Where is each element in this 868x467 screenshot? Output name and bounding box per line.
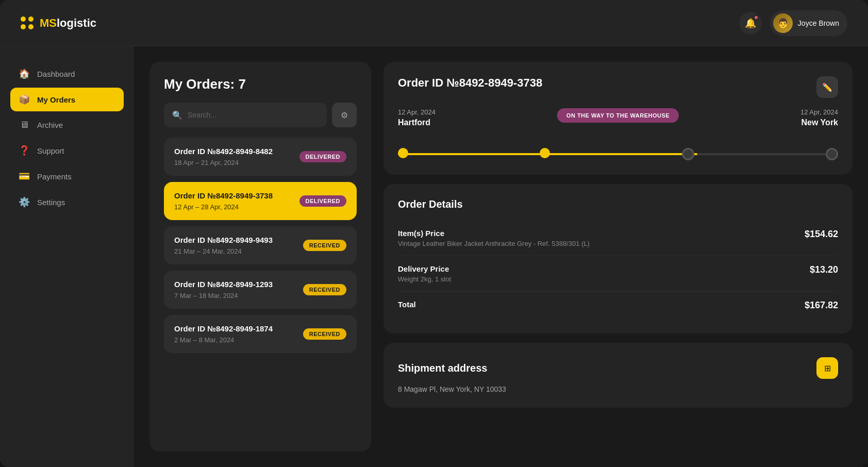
- logo-area: MSlogistic: [21, 16, 739, 30]
- items-price-value: $154.62: [805, 229, 838, 240]
- dest-location: 12 Apr, 2024 New York: [800, 108, 838, 127]
- detail-header: Order ID №8492-8949-3738 ✏️: [398, 76, 838, 98]
- status-badge: DELIVERED: [299, 151, 346, 162]
- items-price-label: Item(s) Price: [398, 229, 590, 238]
- orders-title-text: My Orders:: [164, 76, 235, 92]
- order-card-2[interactable]: Order ID №8492-8949-9493 21 Mar – 24 Mar…: [164, 226, 357, 264]
- sidebar-item-archive[interactable]: 🖥 Archive: [10, 113, 124, 137]
- total-header: Total $167.82: [398, 300, 838, 311]
- delivery-price-info: Delivery Price Weight 2kg, 1 slot: [398, 264, 451, 283]
- progress-node-2: [540, 148, 550, 158]
- progress-node-3: [682, 148, 694, 160]
- search-bar: 🔍 ⚙: [164, 103, 357, 127]
- status-badge: DELIVERED: [299, 195, 346, 207]
- sidebar-item-settings[interactable]: ⚙️ Settings: [10, 190, 124, 214]
- sidebar-item-payments[interactable]: 💳 Payments: [10, 164, 124, 188]
- detail-panel: Order ID №8492-8949-3738 ✏️ 12 Apr, 2024…: [383, 62, 853, 452]
- edit-button[interactable]: ✏️: [816, 76, 838, 98]
- shipment-card: Shipment address ⊞ 8 Magaw Pl, New York,…: [383, 343, 853, 408]
- order-card-0[interactable]: Order ID №8492-8949-8482 18 Apr – 21 Apr…: [164, 138, 357, 176]
- order-date: 2 Mar – 8 Mar, 2024: [174, 336, 273, 344]
- sidebar-label-support: Support: [37, 146, 64, 155]
- order-id: Order ID №8492-8949-8482: [174, 147, 273, 156]
- header: MSlogistic 🔔 👨 Joyce Brown: [0, 0, 868, 46]
- notifications-button[interactable]: 🔔: [739, 12, 762, 35]
- items-price-header: Item(s) Price Vintage Leather Biker Jack…: [398, 229, 838, 247]
- filter-icon: ⚙: [341, 110, 348, 120]
- sidebar: 🏠 Dashboard 📦 My Orders 🖥 Archive ❓ Supp…: [0, 46, 134, 467]
- order-card-info: Order ID №8492-8949-1293 7 Mar – 18 Mar,…: [174, 280, 273, 299]
- logo-dot: [21, 16, 26, 22]
- avatar: 👨: [773, 13, 793, 33]
- search-icon: 🔍: [172, 110, 182, 120]
- order-card-info: Order ID №8492-8949-1874 2 Mar – 8 Mar, …: [174, 324, 273, 344]
- origin-date: 12 Apr, 2024: [398, 108, 436, 116]
- search-input-wrap: 🔍: [164, 103, 327, 127]
- sidebar-item-dashboard[interactable]: 🏠 Dashboard: [10, 62, 124, 86]
- logo-dots: [21, 16, 34, 29]
- logo-text: MSlogistic: [40, 16, 96, 30]
- order-id: Order ID №8492-8949-9493: [174, 236, 273, 244]
- order-card-1[interactable]: Order ID №8492-8949-3738 12 Apr – 28 Apr…: [164, 182, 357, 220]
- order-date: 21 Mar – 24 Mar, 2024: [174, 247, 273, 255]
- items-price-desc: Vintage Leather Biker Jacket Anthracite …: [398, 240, 590, 247]
- delivery-price-label: Delivery Price: [398, 264, 451, 273]
- orders-list: Order ID №8492-8949-8482 18 Apr – 21 Apr…: [164, 138, 357, 353]
- order-card-3[interactable]: Order ID №8492-8949-1293 7 Mar – 18 Mar,…: [164, 271, 357, 309]
- progress-node-1: [398, 148, 408, 158]
- progress-node-4: [826, 148, 838, 160]
- sidebar-label-archive: Archive: [37, 121, 63, 129]
- archive-icon: 🖥: [19, 120, 30, 130]
- sidebar-label-payments: Payments: [37, 172, 72, 181]
- order-details-card: Order Details Item(s) Price Vintage Leat…: [383, 184, 853, 333]
- sidebar-item-my-orders[interactable]: 📦 My Orders: [10, 88, 124, 111]
- user-pill[interactable]: 👨 Joyce Brown: [770, 10, 847, 36]
- total-label: Total: [398, 300, 416, 309]
- order-id: Order ID №8492-8949-3738: [174, 191, 273, 200]
- detail-order-id: Order ID №8492-8949-3738: [398, 76, 542, 90]
- search-input[interactable]: [188, 103, 319, 127]
- items-price-row: Item(s) Price Vintage Leather Biker Jack…: [398, 221, 838, 256]
- dest-city: New York: [800, 118, 838, 127]
- total-row: Total $167.82: [398, 292, 838, 319]
- app-window: MSlogistic 🔔 👨 Joyce Brown 🏠 Dashboard 📦: [0, 0, 868, 467]
- sidebar-item-support[interactable]: ❓ Support: [10, 139, 124, 162]
- sidebar-label-settings: Settings: [37, 198, 65, 207]
- filter-button[interactable]: ⚙: [332, 103, 357, 127]
- delivery-price-value: $13.20: [810, 264, 838, 275]
- orders-title: My Orders: 7: [164, 76, 357, 92]
- warehouse-button[interactable]: ⊞: [816, 357, 838, 379]
- logo-prefix: MS: [40, 16, 57, 29]
- delivery-price-desc: Weight 2kg, 1 slot: [398, 275, 451, 283]
- notification-badge: [754, 15, 759, 20]
- order-card-4[interactable]: Order ID №8492-8949-1874 2 Mar – 8 Mar, …: [164, 315, 357, 353]
- status-badge: RECEIVED: [303, 284, 346, 295]
- orders-icon: 📦: [19, 94, 30, 105]
- tracking-card: Order ID №8492-8949-3738 ✏️ 12 Apr, 2024…: [383, 62, 853, 175]
- sidebar-label-dashboard: Dashboard: [37, 70, 75, 78]
- dest-date: 12 Apr, 2024: [800, 108, 838, 116]
- order-id: Order ID №8492-8949-1293: [174, 280, 273, 289]
- order-date: 12 Apr – 28 Apr, 2024: [174, 203, 273, 211]
- tracking-status-badge: ON THE WAY TO THE WAREHOUSE: [557, 108, 679, 123]
- warehouse-icon: ⊞: [824, 363, 831, 373]
- order-card-info: Order ID №8492-8949-9493 21 Mar – 24 Mar…: [174, 236, 273, 255]
- user-name: Joyce Brown: [798, 19, 839, 27]
- delivery-price-row: Delivery Price Weight 2kg, 1 slot $13.20: [398, 256, 838, 292]
- order-card-info: Order ID №8492-8949-3738 12 Apr – 28 Apr…: [174, 191, 273, 211]
- shipment-header: Shipment address ⊞: [398, 357, 838, 379]
- orders-panel: My Orders: 7 🔍 ⚙ Order: [149, 62, 371, 452]
- tracking-row: 12 Apr, 2024 Hartford ON THE WAY TO THE …: [398, 108, 838, 127]
- progress-bar: [398, 148, 838, 160]
- settings-icon: ⚙️: [19, 196, 30, 208]
- origin-city: Hartford: [398, 118, 436, 127]
- header-right: 🔔 👨 Joyce Brown: [739, 10, 847, 36]
- home-icon: 🏠: [19, 68, 30, 79]
- main-layout: 🏠 Dashboard 📦 My Orders 🖥 Archive ❓ Supp…: [0, 46, 868, 467]
- order-details-title: Order Details: [398, 198, 838, 210]
- progress-nodes: [398, 148, 838, 160]
- shipment-title: Shipment address: [398, 362, 487, 374]
- shipment-address: 8 Magaw Pl, New York, NY 10033: [398, 385, 838, 393]
- order-date: 18 Apr – 21 Apr, 2024: [174, 159, 273, 166]
- sidebar-label-my-orders: My Orders: [37, 95, 75, 104]
